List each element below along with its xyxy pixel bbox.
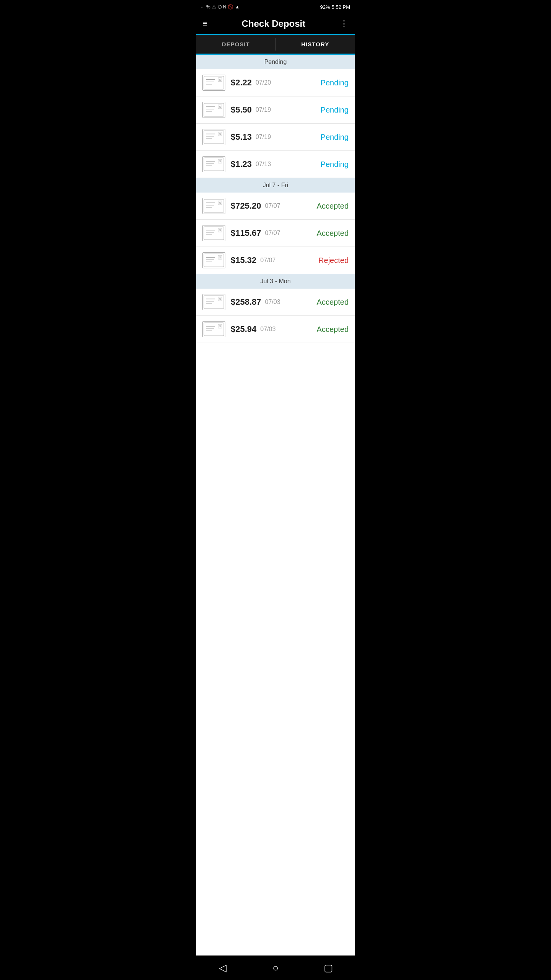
- item-status: Pending: [321, 106, 349, 114]
- item-status: Accepted: [317, 298, 349, 307]
- nfc-icon: N: [223, 4, 227, 10]
- mute-icon: 🚫: [228, 4, 233, 10]
- check-icon: $: [202, 129, 225, 145]
- check-icon: $: [202, 198, 225, 214]
- item-amount: $115.67: [231, 228, 261, 238]
- list-item[interactable]: $ $725.2007/07Accepted: [196, 193, 355, 220]
- item-date: 07/03: [265, 299, 280, 305]
- bluetooth-icon: ⬡: [218, 4, 222, 10]
- item-date: 07/19: [256, 134, 271, 140]
- svg-text:$: $: [219, 202, 221, 204]
- item-date: 07/07: [265, 230, 280, 237]
- battery-percent: 92%: [320, 4, 330, 10]
- item-amount: $5.13: [231, 132, 252, 142]
- item-amount: $25.94: [231, 324, 256, 334]
- app-bar: ≡ Check Deposit ⋮: [196, 14, 355, 35]
- item-date: 07/20: [256, 79, 271, 86]
- content-area: Pending $ $2.2207/20Pending $ $5.5007/19…: [196, 55, 355, 980]
- wifi-icon: ▲: [235, 4, 240, 10]
- time-display: 5:52 PM: [332, 4, 350, 10]
- check-icon: $: [202, 75, 225, 91]
- item-status: Accepted: [317, 202, 349, 211]
- list-item[interactable]: $ $1.2307/13Pending: [196, 151, 355, 178]
- item-amount: $5.50: [231, 105, 252, 115]
- recent-button[interactable]: ▢: [319, 960, 338, 975]
- item-amount: $258.87: [231, 297, 261, 307]
- item-status: Rejected: [318, 256, 349, 265]
- item-date: 07/19: [256, 106, 271, 113]
- item-amount: $725.20: [231, 201, 261, 211]
- item-status: Pending: [321, 133, 349, 142]
- tab-history[interactable]: HISTORY: [276, 35, 355, 55]
- item-status: Pending: [321, 78, 349, 87]
- svg-rect-6: [204, 103, 224, 116]
- warning-icon: ⚠: [212, 4, 216, 10]
- bottom-nav: ◁ ○ ▢: [196, 956, 355, 980]
- app-title: Check Deposit: [242, 18, 306, 29]
- percent-icon: %: [206, 4, 210, 10]
- svg-text:$: $: [219, 106, 221, 108]
- item-status: Accepted: [317, 229, 349, 238]
- check-icon: $: [202, 321, 225, 337]
- section-header-jul7: Jul 7 - Fri: [196, 178, 355, 193]
- svg-rect-12: [204, 131, 224, 144]
- svg-rect-48: [204, 323, 224, 336]
- status-bar: ··· % ⚠ ⬡ N 🚫 ▲ 92% 5:52 PM: [196, 0, 355, 14]
- home-button[interactable]: ○: [266, 960, 285, 975]
- tab-bar: DEPOSIT HISTORY: [196, 35, 355, 55]
- svg-rect-18: [204, 158, 224, 171]
- check-icon: $: [202, 225, 225, 241]
- section-header-jul3: Jul 3 - Mon: [196, 274, 355, 289]
- list-item[interactable]: $ $5.1307/19Pending: [196, 124, 355, 151]
- svg-rect-24: [204, 199, 224, 212]
- item-status: Accepted: [317, 325, 349, 334]
- svg-text:$: $: [219, 325, 221, 328]
- svg-text:$: $: [219, 298, 221, 301]
- item-date: 07/03: [260, 326, 276, 333]
- item-date: 07/07: [265, 203, 280, 209]
- check-icon: $: [202, 294, 225, 310]
- more-options-button[interactable]: ⋮: [340, 19, 349, 29]
- svg-text:$: $: [219, 229, 221, 232]
- list-item[interactable]: $ $115.6707/07Accepted: [196, 220, 355, 247]
- svg-rect-0: [204, 76, 224, 89]
- item-amount: $2.22: [231, 78, 252, 88]
- notification-icon: ···: [201, 4, 205, 10]
- back-button[interactable]: ◁: [213, 960, 232, 975]
- check-icon: $: [202, 252, 225, 268]
- section-header-pending: Pending: [196, 55, 355, 69]
- svg-text:$: $: [219, 160, 221, 163]
- item-status: Pending: [321, 160, 349, 169]
- svg-text:$: $: [219, 78, 221, 81]
- check-icon: $: [202, 156, 225, 172]
- status-left-icons: ··· % ⚠ ⬡ N 🚫 ▲: [201, 4, 240, 10]
- item-amount: $1.23: [231, 159, 252, 169]
- item-date: 07/07: [260, 257, 276, 264]
- check-icon: $: [202, 102, 225, 118]
- list-item[interactable]: $ $2.2207/20Pending: [196, 69, 355, 96]
- item-amount: $15.32: [231, 255, 256, 265]
- tab-deposit[interactable]: DEPOSIT: [196, 35, 276, 54]
- svg-rect-30: [204, 227, 224, 240]
- list-item[interactable]: $ $15.3207/07Rejected: [196, 247, 355, 274]
- list-item[interactable]: $ $25.9407/03Accepted: [196, 316, 355, 343]
- item-date: 07/13: [256, 161, 271, 168]
- list-item[interactable]: $ $5.5007/19Pending: [196, 96, 355, 124]
- list-item[interactable]: $ $258.8707/03Accepted: [196, 289, 355, 316]
- svg-text:$: $: [219, 256, 221, 259]
- menu-button[interactable]: ≡: [202, 19, 207, 29]
- status-right-info: 92% 5:52 PM: [320, 4, 350, 10]
- svg-text:$: $: [219, 133, 221, 136]
- svg-rect-36: [204, 254, 224, 267]
- svg-rect-42: [204, 296, 224, 309]
